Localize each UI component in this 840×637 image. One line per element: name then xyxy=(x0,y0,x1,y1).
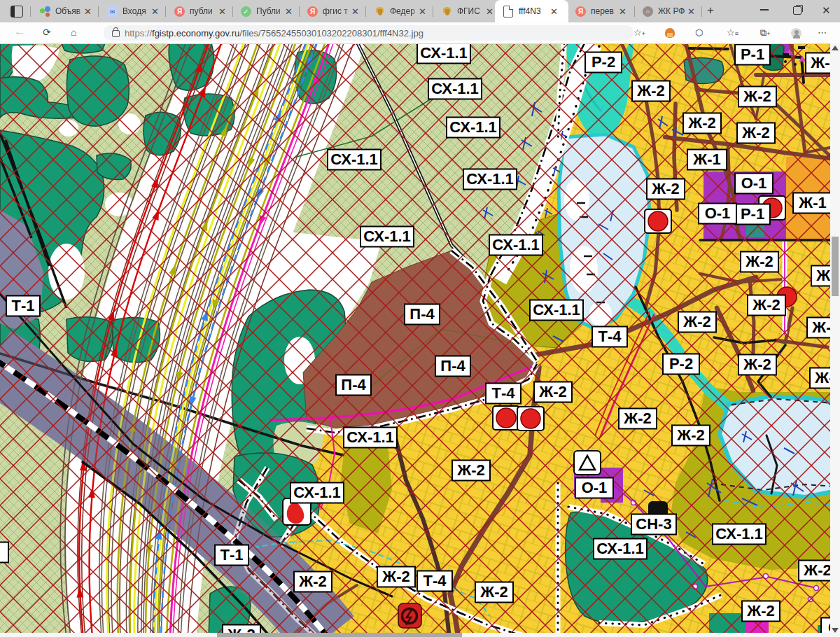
svg-text:СХ-1.1: СХ-1.1 xyxy=(346,428,394,446)
svg-text:Ж-1: Ж-1 xyxy=(692,150,720,168)
svg-text:СХ-1.1: СХ-1.1 xyxy=(533,301,580,318)
svg-text:Т-4: Т-4 xyxy=(598,328,622,345)
svg-text:Ж-1: Ж-1 xyxy=(798,194,826,211)
svg-text:СХ-1.1: СХ-1.1 xyxy=(363,227,411,245)
svg-text:СХ-1.1: СХ-1.1 xyxy=(431,80,479,97)
svg-text:Ж-2: Ж-2 xyxy=(479,583,507,601)
svg-text:Т-4: Т-4 xyxy=(492,384,516,402)
svg-text:СХ-1.1: СХ-1.1 xyxy=(330,150,378,168)
svg-text:Т-1: Т-1 xyxy=(220,546,244,564)
svg-text:Ж-2: Ж-2 xyxy=(623,410,651,427)
svg-text:СХ-1.1: СХ-1.1 xyxy=(293,484,341,501)
svg-text:Ж-2: Ж-2 xyxy=(651,180,679,197)
svg-text:Т-4: Т-4 xyxy=(424,572,447,589)
svg-text:О-1: О-1 xyxy=(705,204,731,222)
svg-text:О-1: О-1 xyxy=(582,479,608,496)
svg-text:Р-2: Р-2 xyxy=(592,53,615,71)
svg-text:СХ-1.1: СХ-1.1 xyxy=(596,540,644,557)
svg-text:Ж-2: Ж-2 xyxy=(741,124,769,141)
svg-text:Ж-2: Ж-2 xyxy=(745,253,773,270)
svg-text:Ж-2: Ж-2 xyxy=(752,296,780,314)
svg-text:Ж-2: Ж-2 xyxy=(636,82,664,99)
svg-text:Ж-2: Ж-2 xyxy=(676,426,704,444)
svg-text:Т-1: Т-1 xyxy=(12,297,35,314)
svg-text:П-4: П-4 xyxy=(341,376,366,393)
svg-text:СХ-1.1: СХ-1.1 xyxy=(449,118,497,136)
svg-text:СХ-1.1: СХ-1.1 xyxy=(715,525,763,542)
svg-text:Ж-2: Ж-2 xyxy=(382,568,410,585)
svg-text:СХ-1.1: СХ-1.1 xyxy=(492,236,540,253)
svg-text:Ж-2: Ж-2 xyxy=(538,383,566,400)
svg-text:Ж-2: Ж-2 xyxy=(803,561,831,579)
svg-text:Ж-2: Ж-2 xyxy=(746,602,774,620)
svg-text:Р-2: Р-2 xyxy=(669,355,693,372)
svg-text:СН-3: СН-3 xyxy=(636,515,671,533)
svg-text:П-4: П-4 xyxy=(440,357,465,374)
svg-text:О-1: О-1 xyxy=(741,174,767,192)
svg-text:СХ-1.1: СХ-1.1 xyxy=(466,170,514,188)
svg-text:Ж-2: Ж-2 xyxy=(298,573,326,590)
svg-text:Ж-2: Ж-2 xyxy=(687,114,715,132)
svg-text:Ж-2: Ж-2 xyxy=(456,461,484,479)
svg-text:Ж-2: Ж-2 xyxy=(743,88,771,105)
svg-text:П-4: П-4 xyxy=(410,305,435,323)
svg-text:СХ-1.1: СХ-1.1 xyxy=(420,44,468,62)
svg-text:Р-1: Р-1 xyxy=(741,205,764,223)
svg-text:Р-1: Р-1 xyxy=(741,46,764,63)
svg-text:Ж-2: Ж-2 xyxy=(682,313,710,330)
svg-text:Ж-2: Ж-2 xyxy=(743,356,771,373)
